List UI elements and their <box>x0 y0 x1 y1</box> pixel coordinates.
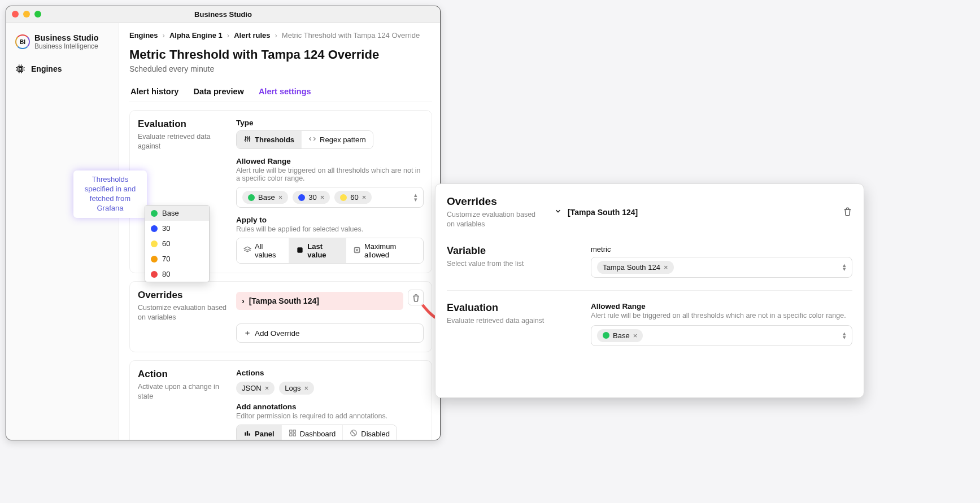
zoom-button[interactable] <box>34 11 41 18</box>
annotations-panel-button[interactable]: Panel <box>237 425 282 440</box>
svg-rect-7 <box>245 432 246 436</box>
svg-rect-11 <box>293 430 295 432</box>
annotations-help: Editor permission is required to add ann… <box>236 412 424 420</box>
applyto-label: Apply to <box>236 216 424 224</box>
applyto-segment: All values Last value Maximum allowed <box>236 238 424 264</box>
minimize-button[interactable] <box>23 11 30 18</box>
override-row-label: [Tampa South 124] <box>249 296 319 305</box>
overrides-heading: Overrides <box>138 290 228 301</box>
detail-range-help: Alert rule will be triggered on all thre… <box>591 312 852 320</box>
action-chip-logs[interactable]: Logs× <box>279 382 314 395</box>
add-override-button[interactable]: ＋ Add Override <box>236 323 424 343</box>
chevron-updown-icon: ▴▾ <box>843 331 846 340</box>
action-chip-json[interactable]: JSON× <box>236 382 275 395</box>
chevron-right-icon: › <box>275 31 277 40</box>
detail-range-select[interactable]: Base× ▴▾ <box>591 325 852 346</box>
detail-sub: Customize evaluation based on variables <box>447 210 543 229</box>
detail-collapse-row[interactable]: [Tampa South 124] <box>554 195 852 229</box>
svg-rect-12 <box>289 434 291 436</box>
close-button[interactable] <box>12 11 19 18</box>
grid-icon <box>289 429 297 439</box>
annotations-segment: Panel Dashboard Disabled <box>236 425 397 440</box>
svg-rect-10 <box>289 430 291 432</box>
sliders-icon <box>243 135 251 145</box>
titlebar: Business Studio <box>6 6 440 23</box>
breadcrumb-link[interactable]: Alert rules <box>234 31 270 40</box>
actions-label: Actions <box>236 369 424 377</box>
sidebar-item-engines[interactable]: Engines <box>12 58 113 80</box>
threshold-popover: Base 30 60 70 80 <box>145 205 210 282</box>
layers-icon <box>243 246 251 256</box>
metric-label: metric <box>591 245 852 253</box>
detail-range-label: Allowed Range <box>591 302 852 310</box>
delete-override-button[interactable] <box>843 207 852 218</box>
variable-sub: Select value from the list <box>447 259 580 269</box>
annotations-dashboard-button[interactable]: Dashboard <box>282 425 343 440</box>
chevron-right-icon[interactable]: › <box>242 296 245 305</box>
tab-data-preview[interactable]: Data preview <box>192 82 245 102</box>
chevron-updown-icon: ▴▾ <box>843 263 846 272</box>
type-thresholds-button[interactable]: Thresholds <box>237 131 302 148</box>
applyto-help: Rules will be applied for selected value… <box>236 225 424 233</box>
remove-icon[interactable]: × <box>362 193 367 202</box>
threshold-option[interactable]: Base <box>145 205 209 221</box>
brand-sub: Business Intelligence <box>34 42 99 50</box>
threshold-option[interactable]: 70 <box>145 251 209 266</box>
delete-override-button[interactable] <box>408 290 424 305</box>
brand: BI Business Studio Business Intelligence <box>12 31 113 58</box>
range-select[interactable]: Base× 30× 60× ▴▾ <box>236 187 424 208</box>
target-icon <box>296 246 304 256</box>
sidebar: BI Business Studio Business Intelligence… <box>6 23 119 440</box>
cpu-icon <box>15 64 25 74</box>
code-icon <box>308 135 316 145</box>
chevron-right-icon: › <box>163 31 165 40</box>
threshold-option[interactable]: 30 <box>145 221 209 236</box>
ban-icon <box>350 429 358 439</box>
svg-rect-5 <box>298 247 303 252</box>
metric-chip[interactable]: Tampa South 124× <box>597 261 674 274</box>
breadcrumb-link[interactable]: Alpha Engine 1 <box>169 31 223 40</box>
chart-icon <box>243 429 251 439</box>
svg-point-4 <box>249 138 250 139</box>
range-chip-60[interactable]: 60× <box>334 191 372 204</box>
svg-rect-0 <box>18 67 23 72</box>
remove-icon[interactable]: × <box>664 263 668 272</box>
svg-rect-13 <box>293 434 295 436</box>
max-icon <box>353 246 361 256</box>
evaluation-sub: Evaluate retrieved data against <box>138 132 228 151</box>
annotation-note: Thresholds specified in and fetched from… <box>73 170 147 218</box>
plus-icon: ＋ <box>243 328 251 338</box>
remove-icon[interactable]: × <box>304 384 308 392</box>
range-chip-30[interactable]: 30× <box>293 191 330 204</box>
type-label: Type <box>236 119 424 127</box>
applyto-max-button[interactable]: Maximum allowed <box>346 238 423 263</box>
chevron-updown-icon: ▴▾ <box>414 193 417 202</box>
page-title: Metric Threshold with Tampa 124 Override <box>129 47 432 62</box>
detail-range-chip[interactable]: Base× <box>597 329 643 342</box>
sidebar-item-label: Engines <box>31 64 62 73</box>
applyto-all-button[interactable]: All values <box>237 238 289 263</box>
tab-alert-history[interactable]: Alert history <box>129 82 180 102</box>
remove-icon[interactable]: × <box>320 193 325 202</box>
override-row[interactable]: › [Tampa South 124] <box>236 292 403 310</box>
metric-select[interactable]: Tampa South 124× ▴▾ <box>591 257 852 278</box>
remove-icon[interactable]: × <box>265 384 269 392</box>
range-chip-base[interactable]: Base× <box>242 191 288 204</box>
remove-icon[interactable]: × <box>278 193 283 202</box>
tab-alert-settings[interactable]: Alert settings <box>258 82 312 102</box>
page-subtitle: Scheduled every minute <box>129 64 432 73</box>
detail-row-label: [Tampa South 124] <box>568 208 638 217</box>
overrides-section: Overrides Customize evaluation based on … <box>129 281 432 352</box>
remove-icon[interactable]: × <box>633 331 638 340</box>
applyto-last-button[interactable]: Last value <box>289 238 346 263</box>
type-regex-button[interactable]: Regex pattern <box>302 131 373 148</box>
range-help: Alert rule will be triggered on all thre… <box>236 167 424 182</box>
annotations-disabled-button[interactable]: Disabled <box>343 425 397 440</box>
breadcrumb-link[interactable]: Engines <box>129 31 158 40</box>
svg-rect-9 <box>249 434 250 436</box>
threshold-option[interactable]: 80 <box>145 266 209 282</box>
main-window: Business Studio BI Business Studio Busin… <box>6 6 441 440</box>
threshold-option[interactable]: 60 <box>145 236 209 251</box>
window-title: Business Studio <box>194 10 252 19</box>
svg-rect-8 <box>247 431 248 436</box>
